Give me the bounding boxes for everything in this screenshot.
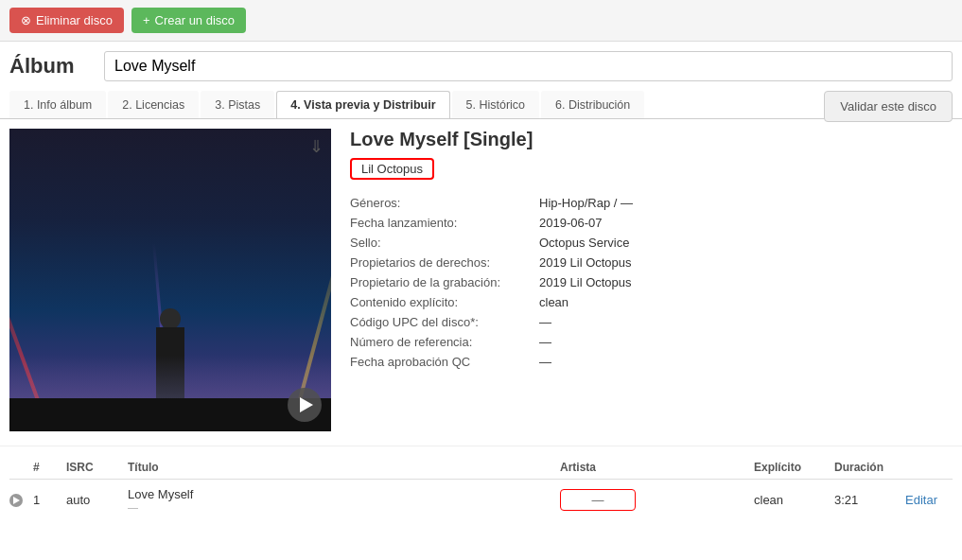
field-value: Hip-Hop/Rap / — [539, 193, 953, 213]
field-label: Propietario de la grabación: [350, 272, 539, 292]
field-label: Número de referencia: [350, 332, 539, 352]
main-content: ⇓ Love Myself [Single] Lil Octopus Valid… [0, 119, 962, 441]
album-label: Álbum [9, 54, 85, 79]
col-duration: Duración [834, 461, 901, 474]
info-table-row: Código UPC del disco*: — [350, 312, 953, 332]
col-num: # [33, 461, 61, 474]
tab-info[interactable]: 1. Info álbum [9, 91, 106, 118]
track-play-button[interactable] [9, 494, 28, 507]
tab-preview[interactable]: 4. Vista previa y Distribuir [276, 91, 449, 118]
col-explicit: Explícito [754, 461, 830, 474]
col-artist: Artista [560, 461, 749, 474]
info-table-row: Número de referencia: — [350, 332, 953, 352]
info-table-row: Propietario de la grabación: 2019 Lil Oc… [350, 272, 953, 292]
toolbar: ⊗ Eliminar disco + Crear un disco [0, 0, 962, 42]
info-table-row: Fecha lanzamiento: 2019-06-07 [350, 213, 953, 233]
field-label: Contenido explícito: [350, 292, 539, 312]
album-info-section: Love Myself [Single] Lil Octopus Validar… [350, 129, 953, 431]
col-title: Título [128, 461, 555, 474]
field-value: — [539, 352, 953, 372]
field-value: 2019 Lil Octopus [539, 253, 953, 272]
track-artist-cell: — [560, 489, 749, 511]
track-duration: 3:21 [834, 493, 901, 507]
info-table-row: Fecha aprobación QC — [350, 352, 953, 372]
download-icon[interactable]: ⇓ [309, 137, 324, 156]
tracks-header: # ISRC Título Artista Explícito Duración [9, 456, 953, 480]
play-triangle-icon [300, 397, 313, 412]
info-table-row: Contenido explícito: clean [350, 292, 953, 312]
plus-circle-icon: + [143, 13, 150, 27]
delete-disk-button[interactable]: ⊗ Eliminar disco [9, 8, 124, 33]
concert-scene [9, 129, 331, 431]
album-art-container: ⇓ [9, 129, 331, 431]
track-explicit: clean [754, 493, 830, 507]
track-subtitle: — [128, 501, 555, 513]
field-label: Sello: [350, 233, 539, 253]
tracks-section: # ISRC Título Artista Explícito Duración… [0, 446, 962, 530]
track-edit-link[interactable]: Editar [905, 493, 953, 507]
tab-distribution[interactable]: 6. Distribución [541, 91, 644, 118]
play-button-overlay[interactable] [288, 388, 322, 422]
album-title-main: Love Myself [Single] [350, 129, 533, 150]
field-value: 2019-06-07 [539, 213, 953, 233]
track-isrc: auto [66, 493, 123, 507]
track-number: 1 [33, 493, 61, 507]
album-header: Álbum [0, 42, 962, 91]
download-icon-area[interactable]: ⇓ [309, 136, 324, 157]
tab-history[interactable]: 5. Histórico [452, 91, 540, 118]
field-label: Géneros: [350, 193, 539, 213]
create-disk-button[interactable]: + Crear un disco [131, 8, 246, 33]
track-artist-badge: — [560, 489, 636, 511]
tabs-nav: 1. Info álbum 2. Licencias 3. Pistas 4. … [0, 91, 962, 119]
col-isrc: ISRC [66, 461, 123, 474]
validate-button[interactable]: Validar este disco [824, 91, 953, 122]
info-table-row: Géneros: Hip-Hop/Rap / — [350, 193, 953, 213]
track-title-cell: Love Myself — [128, 487, 555, 513]
field-value: clean [539, 292, 953, 312]
field-label: Código UPC del disco*: [350, 312, 539, 332]
minus-circle-icon: ⊗ [21, 13, 31, 27]
field-label: Fecha aprobación QC [350, 352, 539, 372]
info-table: Géneros: Hip-Hop/Rap / — Fecha lanzamien… [350, 193, 953, 372]
info-table-row: Propietarios de derechos: 2019 Lil Octop… [350, 253, 953, 272]
track-title: Love Myself [128, 487, 555, 501]
info-table-row: Sello: Octopus Service [350, 233, 953, 253]
figure-head [160, 308, 181, 329]
audience [9, 398, 331, 431]
field-value: — [539, 332, 953, 352]
field-value: Octopus Service [539, 233, 953, 253]
album-art-section: ⇓ [9, 129, 331, 431]
track-row: 1 auto Love Myself — — clean 3:21 Editar [9, 480, 953, 520]
artist-badge: Lil Octopus [350, 158, 434, 180]
delete-label: Eliminar disco [36, 13, 113, 27]
field-value: — [539, 312, 953, 332]
create-label: Crear un disco [155, 13, 236, 27]
album-title-input[interactable] [104, 51, 953, 81]
tab-licenses[interactable]: 2. Licencias [108, 91, 199, 118]
tracks-rows-container: 1 auto Love Myself — — clean 3:21 Editar [9, 480, 953, 520]
field-value: 2019 Lil Octopus [539, 272, 953, 292]
tab-tracks[interactable]: 3. Pistas [201, 91, 274, 118]
field-label: Fecha lanzamiento: [350, 213, 539, 233]
field-label: Propietarios de derechos: [350, 253, 539, 272]
